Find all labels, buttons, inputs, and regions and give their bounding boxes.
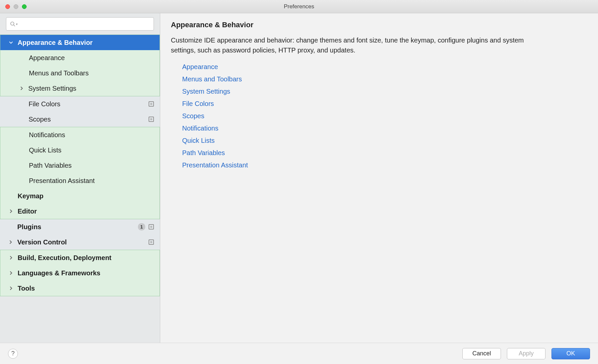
sidebar-item-label: Notifications — [29, 131, 154, 139]
link-file-colors[interactable]: File Colors — [182, 100, 587, 108]
link-appearance[interactable]: Appearance — [182, 63, 587, 71]
sidebar-item-scopes[interactable]: Scopes — [0, 112, 160, 127]
page-description: Customize IDE appearance and behavior: c… — [171, 35, 537, 55]
minimize-icon — [14, 4, 18, 9]
project-scope-icon — [149, 239, 154, 245]
sidebar-item-label: File Colors — [29, 100, 149, 108]
maximize-icon[interactable] — [22, 4, 27, 9]
sidebar-item-menus-toolbars[interactable]: Menus and Toolbars — [0, 65, 160, 81]
sidebar-item-notifications[interactable]: Notifications — [0, 127, 160, 142]
link-scopes[interactable]: Scopes — [182, 112, 587, 120]
sidebar-item-languages-frameworks[interactable]: Languages & Frameworks — [0, 265, 160, 281]
sidebar-item-appearance-behavior[interactable]: Appearance & Behavior — [0, 35, 160, 50]
sidebar-item-label: Quick Lists — [29, 146, 154, 154]
titlebar: Preferences — [0, 0, 598, 13]
project-scope-icon — [149, 101, 154, 107]
link-path-variables[interactable]: Path Variables — [182, 149, 587, 157]
sidebar-item-system-settings[interactable]: System Settings — [0, 81, 160, 96]
sidebar-item-label: Presentation Assistant — [29, 177, 154, 185]
help-button[interactable]: ? — [8, 349, 18, 359]
preferences-sidebar: ▾ Appearance & Behavior Appearance Menus… — [0, 13, 160, 343]
sidebar-item-path-variables[interactable]: Path Variables — [0, 158, 160, 173]
close-icon[interactable] — [5, 4, 10, 9]
sidebar-item-editor[interactable]: Editor — [0, 204, 160, 219]
search-input[interactable] — [6, 17, 154, 31]
ok-button[interactable]: OK — [551, 348, 590, 359]
sidebar-item-label: Version Control — [17, 238, 149, 246]
sidebar-item-plugins[interactable]: Plugins 1 — [0, 219, 160, 234]
preferences-tree: Appearance & Behavior Appearance Menus a… — [0, 35, 160, 296]
sidebar-item-label: Languages & Frameworks — [18, 269, 154, 277]
chevron-down-icon — [8, 39, 14, 46]
help-icon: ? — [11, 350, 15, 357]
sidebar-item-label: System Settings — [28, 85, 154, 92]
sidebar-item-label: Plugins — [17, 223, 138, 231]
chevron-right-icon — [8, 208, 14, 215]
sidebar-item-label: Path Variables — [29, 162, 154, 169]
sidebar-item-appearance[interactable]: Appearance — [0, 50, 160, 65]
sidebar-item-presentation-assistant[interactable]: Presentation Assistant — [0, 173, 160, 188]
chevron-right-icon — [8, 285, 14, 292]
chevron-right-icon — [8, 254, 14, 261]
update-count-badge: 1 — [138, 223, 145, 230]
sidebar-item-label: Keymap — [18, 192, 154, 200]
chevron-right-icon — [18, 85, 25, 92]
sidebar-item-label: Menus and Toolbars — [29, 69, 154, 77]
link-menus-toolbars[interactable]: Menus and Toolbars — [182, 75, 587, 83]
chevron-right-icon — [7, 239, 14, 245]
link-presentation-assistant[interactable]: Presentation Assistant — [182, 161, 587, 169]
sidebar-item-label: Tools — [18, 285, 154, 292]
sidebar-item-tools[interactable]: Tools — [0, 281, 160, 296]
dialog-footer: ? Cancel Apply OK — [0, 343, 598, 364]
link-notifications[interactable]: Notifications — [182, 125, 587, 132]
sidebar-item-label: Scopes — [29, 116, 149, 123]
sidebar-item-label: Appearance — [29, 54, 154, 62]
sidebar-item-keymap[interactable]: Keymap — [0, 188, 160, 204]
cancel-button[interactable]: Cancel — [462, 348, 501, 359]
link-system-settings[interactable]: System Settings — [182, 88, 587, 95]
sidebar-item-label: Appearance & Behavior — [18, 39, 154, 46]
window-title: Preferences — [284, 3, 314, 10]
sidebar-item-quick-lists[interactable]: Quick Lists — [0, 142, 160, 158]
sidebar-item-label: Editor — [18, 208, 154, 215]
apply-button: Apply — [507, 348, 545, 359]
sidebar-item-version-control[interactable]: Version Control — [0, 234, 160, 250]
subpage-links: Appearance Menus and Toolbars System Set… — [171, 63, 587, 169]
sidebar-item-build-execution-deployment[interactable]: Build, Execution, Deployment — [0, 250, 160, 265]
page-title: Appearance & Behavior — [171, 21, 587, 29]
link-quick-lists[interactable]: Quick Lists — [182, 137, 587, 144]
window-controls — [5, 4, 27, 9]
project-scope-icon — [149, 224, 154, 229]
project-scope-icon — [149, 117, 154, 122]
preferences-content: Appearance & Behavior Customize IDE appe… — [160, 13, 598, 343]
sidebar-item-file-colors[interactable]: File Colors — [0, 96, 160, 112]
chevron-right-icon — [8, 270, 14, 276]
sidebar-item-label: Build, Execution, Deployment — [18, 254, 154, 262]
